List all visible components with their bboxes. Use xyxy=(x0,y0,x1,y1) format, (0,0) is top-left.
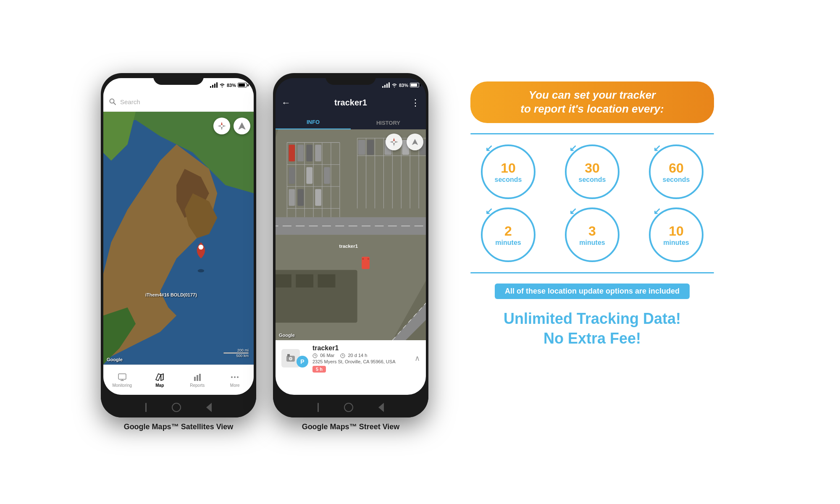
svg-point-10 xyxy=(198,269,205,272)
banner-line1: You can set your tracker xyxy=(486,88,699,102)
svg-rect-63 xyxy=(367,140,374,155)
circle-3m: 3 minutes xyxy=(565,207,620,262)
svg-rect-42 xyxy=(297,144,304,161)
banner-line2: to report it's location every: xyxy=(486,102,699,116)
phone1-bottom-nav: Monitoring Map Reports xyxy=(103,365,254,395)
back-arrow-icon[interactable]: ← xyxy=(281,97,291,108)
compass-rose xyxy=(213,118,230,134)
phone2-battery-icon xyxy=(410,83,419,87)
phone1-battery-pct: 83% xyxy=(227,83,236,88)
svg-rect-43 xyxy=(306,144,312,161)
phone2-signal-icon xyxy=(382,83,390,88)
satellite-map-svg xyxy=(103,112,254,365)
phone2-caption: Google Maps™ Street View xyxy=(302,423,400,431)
unlimited-line1: Unlimited Tracking Data! xyxy=(504,309,681,329)
svg-rect-85 xyxy=(287,354,290,357)
svg-point-75 xyxy=(368,258,369,260)
svg-rect-44 xyxy=(315,144,321,161)
google-label: Google xyxy=(107,357,123,362)
search-placeholder: Search xyxy=(120,98,140,105)
tab-history[interactable]: HISTORY xyxy=(351,120,426,129)
phone2-title: tracker1 xyxy=(334,98,367,108)
scale-label2: 500 km xyxy=(236,354,249,358)
tab-info[interactable]: INFO xyxy=(276,119,351,129)
svg-rect-45 xyxy=(289,167,295,184)
svg-rect-49 xyxy=(297,189,304,206)
info-card-expand-icon[interactable]: ∧ xyxy=(415,354,420,363)
nav-map[interactable]: Map xyxy=(148,372,171,388)
phone2-map-area: tracker1 xyxy=(276,129,426,340)
circle-10s: 10 seconds xyxy=(481,144,536,199)
circle-10m: 10 minutes xyxy=(649,207,704,262)
info-card-details: tracker1 06 Mar 20 d 14 h xyxy=(312,344,410,373)
option-2m: 2 minutes xyxy=(470,207,546,262)
svg-marker-79 xyxy=(393,138,395,141)
option-30s: 30 seconds xyxy=(554,144,630,199)
phone1-search-bar[interactable]: Search xyxy=(103,92,254,112)
circle-60s-unit: seconds xyxy=(663,176,690,184)
location-label: iThem4#16 BOLD(0177) xyxy=(145,292,197,297)
circle-10m-unit: minutes xyxy=(663,239,689,247)
gesture-recents xyxy=(206,403,212,412)
teal-divider-top xyxy=(470,133,714,134)
menu-icon[interactable]: ⋮ xyxy=(411,97,420,108)
svg-rect-47 xyxy=(324,167,330,184)
nav-monitoring[interactable]: Monitoring xyxy=(110,372,134,388)
info-address: 2325 Myers St, Oroville, CA 95966, USA xyxy=(312,359,410,364)
signal-icon xyxy=(210,83,218,88)
unlimited-text-block: Unlimited Tracking Data! No Extra Fee! xyxy=(504,309,681,349)
phone2-navigate-button[interactable] xyxy=(407,134,423,150)
map-icon xyxy=(155,372,165,382)
nav-reports[interactable]: Reports xyxy=(186,372,209,388)
svg-rect-23 xyxy=(197,375,198,381)
svg-marker-21 xyxy=(161,374,163,381)
circle-2m: 2 minutes xyxy=(481,207,536,262)
svg-rect-24 xyxy=(199,374,201,381)
phone2-info-card: P tracker1 06 Mar 20 d 14 h xyxy=(276,340,426,395)
phone2-status-right: 83% xyxy=(382,83,419,88)
phone1-caption: Google Maps™ Satellites View xyxy=(124,423,234,431)
phone1-screen: 12:00 83% xyxy=(103,78,254,395)
svg-point-74 xyxy=(362,258,364,260)
option-10m: 10 minutes xyxy=(638,207,714,262)
tracker-name: tracker1 xyxy=(312,344,410,352)
phone2-compass-rose xyxy=(386,134,402,150)
gesture-home xyxy=(172,403,181,412)
scale-bar: 200 mi 500 km xyxy=(223,348,249,358)
circle-2m-unit: minutes xyxy=(495,239,521,247)
teal-divider-bottom xyxy=(470,272,714,273)
scale-label1: 200 mi xyxy=(237,348,249,352)
phone2-gesture-bar xyxy=(273,397,428,417)
navigate-button[interactable] xyxy=(234,118,250,134)
more-icon xyxy=(230,372,240,382)
circle-60s: 60 seconds xyxy=(649,144,704,199)
parking-badge: P xyxy=(297,356,308,368)
svg-marker-14 xyxy=(218,125,221,127)
phone2-tabs: INFO HISTORY xyxy=(276,113,426,129)
phone1-status-bar: 12:00 83% xyxy=(103,78,254,92)
svg-rect-50 xyxy=(315,189,321,206)
phone2-gesture-home xyxy=(344,403,353,412)
phone1-map-area: iThem4#16 BOLD(0177) Google 200 mi 500 k… xyxy=(103,112,254,365)
phone1-status-right: 83% xyxy=(210,83,247,88)
circle-10m-number: 10 xyxy=(669,223,684,239)
phone2-google-label: Google xyxy=(279,333,295,338)
phone2: 12:00 83% xyxy=(273,73,428,417)
nav-more-label: More xyxy=(230,383,240,388)
gesture-back xyxy=(145,403,147,412)
info-meta: 06 Mar 20 d 14 h xyxy=(312,353,410,358)
svg-marker-16 xyxy=(239,123,245,129)
svg-point-11 xyxy=(199,244,204,249)
wifi-icon xyxy=(219,83,225,88)
svg-marker-12 xyxy=(221,122,223,125)
included-text: All of these location update options are… xyxy=(505,287,680,295)
included-banner: All of these location update options are… xyxy=(495,284,690,299)
svg-rect-48 xyxy=(289,189,295,206)
chart-icon xyxy=(192,372,202,382)
svg-point-26 xyxy=(234,376,236,378)
option-10s: 10 seconds xyxy=(470,144,546,199)
phone2-wifi-icon xyxy=(391,83,397,88)
circle-30s-number: 30 xyxy=(585,160,600,176)
nav-more[interactable]: More xyxy=(223,372,247,388)
circle-10s-number: 10 xyxy=(501,160,516,176)
